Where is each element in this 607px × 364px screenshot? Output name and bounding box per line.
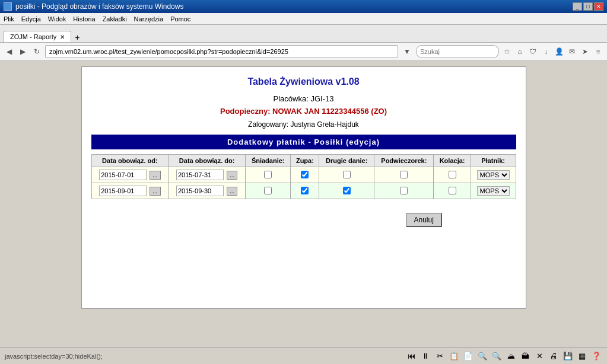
minimize-button[interactable]: _ [573, 2, 582, 11]
col-drugie: Drugie danie: [319, 155, 374, 167]
mountain2-icon[interactable]: 🏔 [519, 350, 531, 362]
bookmark-icon[interactable]: ☆ [501, 46, 512, 57]
menu-plik[interactable]: Plik [4, 15, 14, 23]
date-from-picker-btn-2[interactable]: ... [150, 187, 160, 196]
menu-widok[interactable]: Widok [48, 15, 66, 23]
menu-zakladki[interactable]: Zakładki [103, 15, 127, 23]
maximize-button[interactable]: □ [583, 2, 593, 11]
print-icon[interactable]: 🖨 [548, 350, 560, 362]
tab-bar: ZOJM - Raporty ✕ + [0, 25, 607, 43]
paste-icon[interactable]: 📄 [462, 350, 474, 362]
back-button[interactable]: ◀ [4, 46, 15, 58]
date-from-input-2[interactable] [99, 186, 147, 196]
date-to-cell-2: ... [169, 183, 246, 199]
play-icon[interactable]: ⏮ [405, 350, 417, 362]
menu-pomoc[interactable]: Pomoc [170, 15, 190, 23]
table-row: ... ... MOPS [91, 183, 516, 199]
menu-icon[interactable]: ≡ [593, 46, 603, 57]
shield-icon[interactable]: 🛡 [527, 46, 538, 57]
status-bar: javascript:selectday=30;hideKal(); ⏮ ⏸ ✂… [0, 347, 607, 364]
zupa-checkbox[interactable] [301, 171, 309, 178]
date-to-input[interactable] [176, 170, 224, 180]
tab-label: ZOJM - Raporty [10, 33, 56, 40]
platnik-select[interactable]: MOPS [477, 170, 510, 180]
window-title: posiłki - Podgląd obrazów i faksów syste… [15, 2, 183, 11]
drugie-checkbox[interactable] [343, 171, 351, 178]
col-zupa: Zupa: [291, 155, 319, 167]
drugie-checkbox-2[interactable] [343, 187, 351, 194]
zoom-out-icon[interactable]: 🔍 [491, 350, 503, 362]
date-to-cell: ... [169, 167, 246, 183]
calendar-area: StyczeńLutyMarzec KwiecieńMajCzerwiec Li… [91, 204, 516, 299]
menu-bar: Plik Edycja Widok Historia Zakładki Narz… [0, 13, 607, 25]
tab-raporty[interactable]: ZOJM - Raporty ✕ [4, 31, 71, 42]
placowka-label: Placówka: JGI-13 [91, 94, 516, 103]
user-icon[interactable]: 👤 [554, 46, 564, 57]
status-url: javascript:selectday=30;hideKal(); [5, 353, 103, 360]
col-platnik: Płatnik: [471, 155, 516, 167]
podwieczorek-cell-2 [374, 183, 434, 199]
close-button[interactable]: ✕ [594, 2, 603, 11]
drugie-cell [319, 167, 374, 183]
tab-close-icon[interactable]: ✕ [60, 34, 65, 40]
col-kolacja: Kolacja: [434, 155, 471, 167]
url-input[interactable] [45, 45, 398, 58]
section-header: Dodatkowy płatnik - Posiłki (edycja) [91, 135, 516, 149]
pause-icon[interactable]: ⏸ [420, 350, 431, 362]
kolacja-checkbox-2[interactable] [449, 187, 456, 194]
date-from-cell-2: ... [91, 183, 169, 199]
browser-content: Tabela Żywieniowa v1.08 Placówka: JGI-13… [0, 60, 607, 347]
podopieczny-label: Podopieczny: NOWAK JAN 11223344556 (ZO) [91, 107, 516, 116]
reload-button[interactable]: ↻ [31, 46, 43, 58]
content-panel: Tabela Żywieniowa v1.08 Placówka: JGI-13… [81, 66, 526, 309]
zoom-in-icon[interactable]: 🔍 [476, 350, 488, 362]
taskbar-icons: ⏮ ⏸ ✂ 📋 📄 🔍 🔍 ⛰ 🏔 ✕ 🖨 💾 ▦ ❓ [405, 350, 602, 362]
kolacja-cell [434, 167, 471, 183]
date-from-input[interactable] [99, 170, 147, 180]
sniadanie-checkbox[interactable] [264, 171, 272, 178]
kolacja-cell-2 [434, 183, 471, 199]
anuluj-button[interactable]: Anuluj [406, 213, 442, 227]
new-tab-button[interactable]: + [71, 33, 83, 42]
url-arrow-icon[interactable]: ▼ [401, 46, 414, 58]
cut-icon[interactable]: ✂ [434, 350, 446, 362]
col-date-from: Data obowiąz. od: [91, 155, 169, 167]
zupa-checkbox-2[interactable] [301, 187, 309, 194]
delete-icon[interactable]: ✕ [533, 350, 545, 362]
col-date-to: Data obowiąz. do: [169, 155, 246, 167]
podwieczorek-checkbox[interactable] [400, 171, 408, 178]
page-title: Tabela Żywieniowa v1.08 [91, 76, 516, 87]
menu-edycja[interactable]: Edycja [21, 15, 41, 23]
zalogowany-label: Zalogowany: Justyna Grela-Hajduk [91, 120, 516, 129]
window-icon [4, 2, 12, 11]
platnik-select-2[interactable]: MOPS [477, 186, 510, 196]
share-icon[interactable]: ➤ [580, 46, 590, 57]
menu-narzedzia[interactable]: Narzędzia [134, 15, 164, 23]
date-from-picker-btn[interactable]: ... [150, 171, 160, 180]
forward-button[interactable]: ▶ [17, 46, 28, 58]
search-input[interactable] [416, 45, 499, 58]
save-icon[interactable]: 💾 [562, 350, 574, 362]
grid-icon[interactable]: ▦ [576, 350, 588, 362]
nav-bar: ◀ ▶ ↻ ▼ ☆ ⌂ 🛡 ↓ 👤 ✉ ➤ ≡ [0, 43, 607, 60]
download-icon[interactable]: ↓ [541, 46, 551, 57]
date-to-input-2[interactable] [176, 186, 224, 196]
drugie-cell-2 [319, 183, 374, 199]
mountain-icon[interactable]: ⛰ [505, 350, 517, 362]
zupa-cell-2 [291, 183, 319, 199]
podwieczorek-cell [374, 167, 434, 183]
home-icon[interactable]: ⌂ [514, 46, 525, 57]
sniadanie-cell [245, 167, 290, 183]
date-to-picker-btn[interactable]: ... [227, 171, 237, 180]
meals-table: Data obowiąz. od: Data obowiąz. do: Śnia… [91, 154, 516, 199]
platnik-cell: MOPS [471, 167, 516, 183]
date-to-picker-btn-2[interactable]: ... [227, 187, 237, 196]
help-icon[interactable]: ❓ [590, 350, 602, 362]
menu-historia[interactable]: Historia [73, 15, 95, 23]
podwieczorek-checkbox-2[interactable] [400, 187, 408, 194]
copy-icon[interactable]: 📋 [448, 350, 460, 362]
sniadanie-checkbox-2[interactable] [264, 187, 272, 194]
sniadanie-cell-2 [245, 183, 290, 199]
kolacja-checkbox[interactable] [449, 171, 456, 178]
email-icon[interactable]: ✉ [567, 46, 577, 57]
